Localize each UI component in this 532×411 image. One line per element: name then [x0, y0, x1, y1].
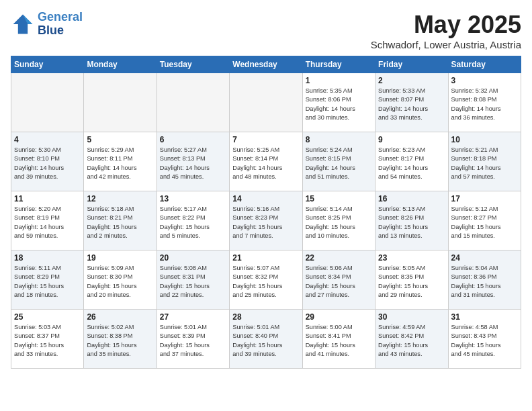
day-number: 13 — [160, 194, 226, 203]
logo-icon — [11, 12, 35, 36]
calendar-cell: 4Sunrise: 5:30 AMSunset: 8:10 PMDaylight… — [11, 132, 84, 191]
calendar-cell: 15Sunrise: 5:14 AMSunset: 8:25 PMDayligh… — [302, 191, 375, 250]
calendar-cell: 10Sunrise: 5:21 AMSunset: 8:18 PMDayligh… — [448, 132, 521, 191]
weekday-header-thursday: Thursday — [302, 56, 375, 73]
calendar-cell: 17Sunrise: 5:12 AMSunset: 8:27 PMDayligh… — [448, 191, 521, 250]
calendar-cell: 3Sunrise: 5:32 AMSunset: 8:08 PMDaylight… — [448, 73, 521, 132]
calendar-cell: 28Sunrise: 5:01 AMSunset: 8:40 PMDayligh… — [230, 310, 302, 369]
day-number: 15 — [306, 194, 372, 203]
day-info: Sunrise: 5:01 AMSunset: 8:39 PMDaylight:… — [160, 323, 226, 359]
calendar-cell: 14Sunrise: 5:16 AMSunset: 8:23 PMDayligh… — [230, 191, 302, 250]
location-title: Schwadorf, Lower Austria, Austria — [371, 39, 521, 50]
day-info: Sunrise: 5:06 AMSunset: 8:34 PMDaylight:… — [306, 264, 372, 300]
calendar-cell: 9Sunrise: 5:23 AMSunset: 8:17 PMDaylight… — [375, 132, 448, 191]
day-info: Sunrise: 5:21 AMSunset: 8:18 PMDaylight:… — [451, 146, 518, 181]
day-info: Sunrise: 5:01 AMSunset: 8:40 PMDaylight:… — [232, 323, 299, 359]
weekday-header-sunday: Sunday — [11, 56, 84, 73]
day-number: 30 — [378, 312, 445, 322]
day-info: Sunrise: 5:24 AMSunset: 8:15 PMDaylight:… — [306, 146, 372, 181]
day-info: Sunrise: 5:25 AMSunset: 8:14 PMDaylight:… — [232, 146, 299, 181]
day-info: Sunrise: 5:12 AMSunset: 8:27 PMDaylight:… — [451, 205, 518, 240]
day-number: 22 — [306, 253, 372, 263]
calendar-cell: 7Sunrise: 5:25 AMSunset: 8:14 PMDaylight… — [230, 132, 302, 191]
day-info: Sunrise: 5:00 AMSunset: 8:41 PMDaylight:… — [306, 323, 372, 359]
calendar-cell — [84, 73, 157, 132]
weekday-header-saturday: Saturday — [448, 56, 521, 73]
day-info: Sunrise: 5:30 AMSunset: 8:10 PMDaylight:… — [14, 146, 81, 181]
day-info: Sunrise: 5:33 AMSunset: 8:07 PMDaylight:… — [378, 87, 445, 122]
calendar-cell: 18Sunrise: 5:11 AMSunset: 8:29 PMDayligh… — [11, 250, 84, 310]
day-number: 26 — [87, 312, 153, 322]
day-info: Sunrise: 5:23 AMSunset: 8:17 PMDaylight:… — [378, 146, 445, 181]
weekday-header-friday: Friday — [375, 56, 448, 73]
calendar-header-row: SundayMondayTuesdayWednesdayThursdayFrid… — [11, 56, 521, 73]
calendar-cell: 24Sunrise: 5:04 AMSunset: 8:36 PMDayligh… — [448, 250, 521, 310]
calendar-cell: 22Sunrise: 5:06 AMSunset: 8:34 PMDayligh… — [302, 250, 375, 310]
calendar-cell: 25Sunrise: 5:03 AMSunset: 8:37 PMDayligh… — [11, 310, 84, 369]
weekday-header-monday: Monday — [84, 56, 157, 73]
day-number: 1 — [306, 76, 372, 85]
day-info: Sunrise: 5:32 AMSunset: 8:08 PMDaylight:… — [451, 87, 518, 122]
day-info: Sunrise: 5:16 AMSunset: 8:23 PMDaylight:… — [232, 205, 299, 240]
day-info: Sunrise: 5:09 AMSunset: 8:30 PMDaylight:… — [87, 264, 153, 300]
weekday-header-wednesday: Wednesday — [230, 56, 302, 73]
day-info: Sunrise: 5:18 AMSunset: 8:21 PMDaylight:… — [87, 205, 153, 240]
title-block: May 2025 Schwadorf, Lower Austria, Austr… — [371, 11, 521, 50]
calendar-cell — [230, 73, 302, 132]
day-number: 18 — [14, 253, 81, 263]
day-info: Sunrise: 5:27 AMSunset: 8:13 PMDaylight:… — [160, 146, 226, 181]
day-number: 16 — [378, 194, 445, 203]
day-number: 14 — [232, 194, 299, 203]
day-number: 28 — [232, 312, 299, 322]
day-number: 31 — [451, 312, 518, 322]
calendar-week-1: 1Sunrise: 5:35 AMSunset: 8:06 PMDaylight… — [11, 73, 521, 132]
calendar-cell — [11, 73, 84, 132]
day-info: Sunrise: 5:11 AMSunset: 8:29 PMDaylight:… — [14, 264, 81, 300]
day-info: Sunrise: 5:35 AMSunset: 8:06 PMDaylight:… — [306, 87, 372, 122]
calendar-cell: 20Sunrise: 5:08 AMSunset: 8:31 PMDayligh… — [157, 250, 229, 310]
day-number: 12 — [87, 194, 153, 203]
day-number: 19 — [87, 253, 153, 263]
calendar-cell: 23Sunrise: 5:05 AMSunset: 8:35 PMDayligh… — [375, 250, 448, 310]
calendar-cell — [157, 73, 229, 132]
calendar-table: SundayMondayTuesdayWednesdayThursdayFrid… — [11, 56, 521, 369]
day-number: 24 — [451, 253, 518, 263]
day-number: 20 — [160, 253, 226, 263]
calendar-week-3: 11Sunrise: 5:20 AMSunset: 8:19 PMDayligh… — [11, 191, 521, 250]
day-info: Sunrise: 5:14 AMSunset: 8:25 PMDaylight:… — [306, 205, 372, 240]
day-number: 7 — [232, 135, 299, 144]
calendar-cell: 13Sunrise: 5:17 AMSunset: 8:22 PMDayligh… — [157, 191, 229, 250]
day-info: Sunrise: 5:17 AMSunset: 8:22 PMDaylight:… — [160, 205, 226, 240]
day-info: Sunrise: 4:59 AMSunset: 8:42 PMDaylight:… — [378, 323, 445, 359]
calendar-week-2: 4Sunrise: 5:30 AMSunset: 8:10 PMDaylight… — [11, 132, 521, 191]
day-number: 6 — [160, 135, 226, 144]
calendar-cell: 31Sunrise: 4:58 AMSunset: 8:43 PMDayligh… — [448, 310, 521, 369]
calendar-cell: 11Sunrise: 5:20 AMSunset: 8:19 PMDayligh… — [11, 191, 84, 250]
month-title: May 2025 — [371, 11, 521, 39]
calendar-cell: 26Sunrise: 5:02 AMSunset: 8:38 PMDayligh… — [84, 310, 157, 369]
logo: General Blue — [11, 11, 83, 38]
day-number: 5 — [87, 135, 153, 144]
day-number: 8 — [306, 135, 372, 144]
logo-text: General Blue — [38, 11, 83, 38]
calendar-cell: 19Sunrise: 5:09 AMSunset: 8:30 PMDayligh… — [84, 250, 157, 310]
day-info: Sunrise: 5:20 AMSunset: 8:19 PMDaylight:… — [14, 205, 81, 240]
day-number: 21 — [232, 253, 299, 263]
day-number: 23 — [378, 253, 445, 263]
calendar-cell: 21Sunrise: 5:07 AMSunset: 8:32 PMDayligh… — [230, 250, 302, 310]
calendar-cell: 30Sunrise: 4:59 AMSunset: 8:42 PMDayligh… — [375, 310, 448, 369]
calendar-cell: 1Sunrise: 5:35 AMSunset: 8:06 PMDaylight… — [302, 73, 375, 132]
day-info: Sunrise: 5:07 AMSunset: 8:32 PMDaylight:… — [232, 264, 299, 300]
day-number: 4 — [14, 135, 81, 144]
day-info: Sunrise: 5:04 AMSunset: 8:36 PMDaylight:… — [451, 264, 518, 300]
calendar-week-5: 25Sunrise: 5:03 AMSunset: 8:37 PMDayligh… — [11, 310, 521, 369]
calendar-cell: 8Sunrise: 5:24 AMSunset: 8:15 PMDaylight… — [302, 132, 375, 191]
day-number: 27 — [160, 312, 226, 322]
calendar-cell: 12Sunrise: 5:18 AMSunset: 8:21 PMDayligh… — [84, 191, 157, 250]
day-info: Sunrise: 5:02 AMSunset: 8:38 PMDaylight:… — [87, 323, 153, 359]
day-number: 9 — [378, 135, 445, 144]
day-number: 11 — [14, 194, 81, 203]
day-info: Sunrise: 4:58 AMSunset: 8:43 PMDaylight:… — [451, 323, 518, 359]
calendar-cell: 2Sunrise: 5:33 AMSunset: 8:07 PMDaylight… — [375, 73, 448, 132]
calendar-cell: 29Sunrise: 5:00 AMSunset: 8:41 PMDayligh… — [302, 310, 375, 369]
